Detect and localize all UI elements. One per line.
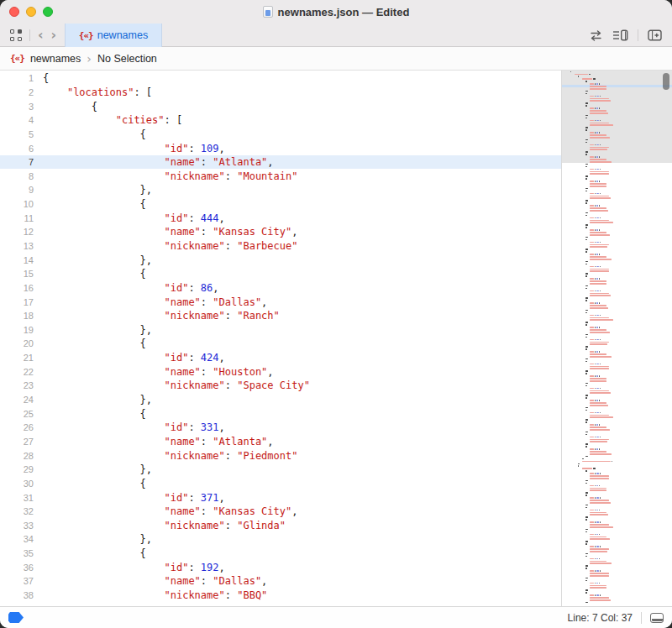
tab-newnames[interactable]: {«} newnames [65, 24, 162, 47]
line-text[interactable]: "nickname": "Space City" [43, 379, 310, 391]
title-bar[interactable]: newnames.json — Edited [0, 0, 672, 24]
line-text[interactable]: "nickname": "Ranch" [43, 310, 280, 322]
line-number[interactable]: 20 [0, 338, 34, 348]
breadcrumb-selection[interactable]: No Selection [97, 53, 157, 65]
code-line[interactable]: 24 }, [0, 393, 561, 407]
line-number[interactable]: 8 [0, 171, 34, 181]
code-review-icon[interactable] [589, 30, 603, 41]
line-text[interactable]: "id": 424, [43, 352, 225, 364]
code-line[interactable]: 8 "nickname": "Mountain" [0, 169, 561, 183]
code-line[interactable]: 3 { [0, 99, 561, 113]
code-line[interactable]: 4 "cities": [ [0, 113, 561, 128]
line-text[interactable]: }, [43, 463, 152, 475]
minimap[interactable] [561, 71, 672, 606]
line-number[interactable]: 34 [0, 534, 34, 544]
code-line[interactable]: 38 "nickname": "BBQ" [0, 589, 561, 603]
line-number[interactable]: 3 [0, 102, 34, 112]
add-editor-icon[interactable] [648, 29, 662, 41]
line-number[interactable]: 5 [0, 129, 34, 139]
line-text[interactable]: "cities": [ [43, 114, 182, 126]
code-line[interactable]: 31 "id": 371, [0, 490, 561, 505]
line-text[interactable]: { [43, 547, 146, 559]
line-text[interactable]: { [43, 478, 146, 489]
line-text[interactable]: "nickname": "Mountain" [43, 170, 297, 182]
line-text[interactable]: "id": 86, [43, 282, 219, 294]
line-text[interactable]: "id": 371, [43, 492, 225, 504]
line-text[interactable]: }, [43, 394, 152, 406]
forward-button[interactable]: › [51, 29, 57, 41]
line-number[interactable]: 13 [0, 241, 34, 251]
breakpoint-toggle-icon[interactable] [8, 612, 24, 623]
line-number[interactable]: 38 [0, 590, 34, 600]
line-number[interactable]: 14 [0, 255, 34, 265]
line-text[interactable]: "locations": [ [43, 86, 152, 98]
code-line[interactable]: 36 "id": 192, [0, 560, 561, 574]
line-text[interactable]: "nickname": "Glinda" [43, 520, 286, 531]
line-number[interactable]: 9 [0, 185, 34, 195]
line-number[interactable]: 11 [0, 213, 34, 223]
line-text[interactable]: "name": "Dallas", [43, 296, 267, 308]
code-line[interactable]: 11 "id": 444, [0, 211, 561, 225]
document-proxy-icon[interactable] [263, 6, 273, 18]
line-text[interactable]: { [43, 198, 146, 210]
line-text[interactable]: "name": "Dallas", [43, 575, 267, 587]
line-number[interactable]: 16 [0, 283, 34, 293]
code-line[interactable]: 27 "name": "Atlanta", [0, 435, 561, 449]
code-line[interactable]: 34 }, [0, 532, 561, 547]
line-number[interactable]: 33 [0, 521, 34, 531]
code-line[interactable]: 35 { [0, 547, 561, 561]
line-number[interactable]: 17 [0, 297, 34, 307]
line-number[interactable]: 21 [0, 353, 34, 363]
code-line[interactable]: 16 "id": 86, [0, 281, 561, 296]
minimize-button[interactable] [26, 7, 36, 17]
line-number[interactable]: 22 [0, 367, 34, 377]
line-number[interactable]: 7 [0, 157, 34, 167]
line-number[interactable]: 15 [0, 269, 34, 279]
line-text[interactable]: "name": "Kansas City", [43, 505, 297, 517]
line-text[interactable]: { [43, 338, 146, 349]
code-line[interactable]: 32 "name": "Kansas City", [0, 505, 561, 519]
line-text[interactable]: "id": 444, [43, 212, 225, 224]
line-number[interactable]: 23 [0, 380, 34, 390]
line-text[interactable]: { [43, 408, 146, 420]
code-line[interactable]: 13 "nickname": "Barbecue" [0, 239, 561, 254]
line-text[interactable]: }, [43, 324, 152, 336]
code-line[interactable]: 30 { [0, 477, 561, 491]
code-line[interactable]: 21 "id": 424, [0, 351, 561, 365]
line-number[interactable]: 28 [0, 451, 34, 461]
code-line[interactable]: 6 "id": 109, [0, 141, 561, 155]
code-line[interactable]: 5 { [0, 128, 561, 142]
line-text[interactable]: "nickname": "BBQ" [43, 589, 267, 601]
code-line[interactable]: 37 "name": "Dallas", [0, 574, 561, 589]
line-text[interactable]: "name": "Atlanta", [43, 436, 274, 447]
line-number[interactable]: 2 [0, 87, 34, 97]
code-line[interactable]: 18 "nickname": "Ranch" [0, 309, 561, 323]
line-number[interactable]: 19 [0, 325, 34, 335]
code-line[interactable]: 22 "name": "Houston", [0, 364, 561, 379]
line-text[interactable]: "id": 109, [43, 143, 225, 154]
line-text[interactable]: { [43, 268, 146, 280]
back-button[interactable]: ‹ [38, 29, 44, 41]
line-number[interactable]: 37 [0, 576, 34, 586]
code-line[interactable]: 12 "name": "Kansas City", [0, 225, 561, 239]
line-number[interactable]: 10 [0, 199, 34, 209]
code-line[interactable]: 20 { [0, 337, 561, 351]
code-line[interactable]: 26 "id": 331, [0, 421, 561, 435]
line-text[interactable]: "nickname": "Piedmont" [43, 450, 297, 462]
line-text[interactable]: "name": "Kansas City", [43, 226, 297, 238]
code-line[interactable]: 9 }, [0, 183, 561, 197]
hide-bottom-bar-icon[interactable] [650, 613, 664, 623]
line-text[interactable]: { [43, 128, 146, 140]
line-number[interactable]: 1 [0, 73, 34, 83]
editor-options-icon[interactable] [612, 29, 628, 41]
line-text[interactable]: "id": 192, [43, 562, 225, 573]
line-number[interactable]: 26 [0, 422, 34, 432]
code-line[interactable]: 2 "locations": [ [0, 86, 561, 100]
code-line[interactable]: 19 }, [0, 323, 561, 338]
line-text[interactable]: }, [43, 184, 152, 196]
line-text[interactable]: "name": "Houston", [43, 366, 274, 378]
line-text[interactable]: "id": 331, [43, 421, 225, 433]
line-number[interactable]: 31 [0, 493, 34, 503]
line-number[interactable]: 12 [0, 227, 34, 237]
line-number[interactable]: 24 [0, 395, 34, 405]
